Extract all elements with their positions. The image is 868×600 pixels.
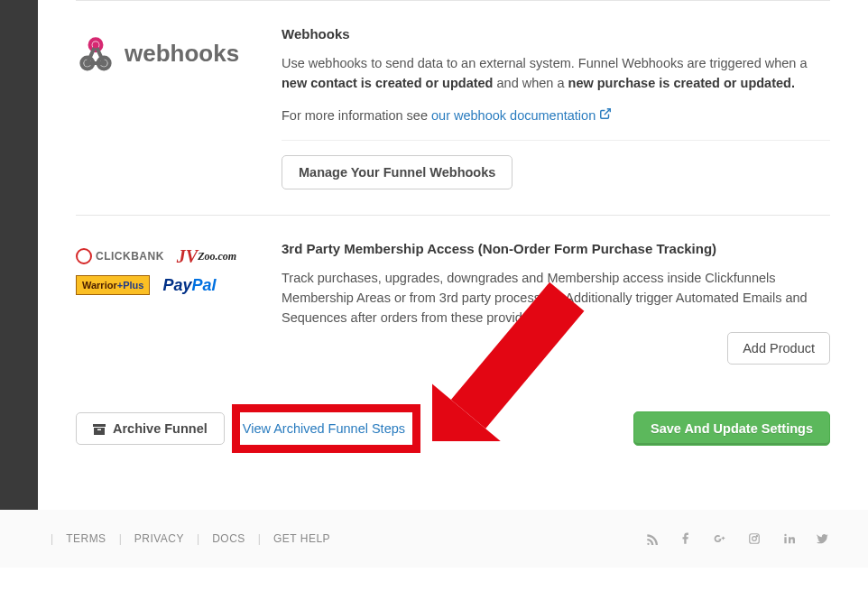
instagram-icon[interactable] bbox=[747, 531, 762, 546]
svg-point-3 bbox=[92, 42, 98, 48]
warriorplus-logo: Warrior+Plus bbox=[76, 275, 150, 295]
payment-logos: CLICKBANK JVZoo.com Warrior+Plus PayPal bbox=[76, 241, 263, 295]
archive-funnel-button[interactable]: Archive Funnel bbox=[76, 412, 225, 445]
webhooks-icon bbox=[76, 33, 115, 73]
third-party-logos-area: CLICKBANK JVZoo.com Warrior+Plus PayPal bbox=[76, 241, 282, 364]
googleplus-icon[interactable] bbox=[713, 531, 727, 546]
footer-link-docs[interactable]: DOCS bbox=[212, 532, 245, 545]
linkedin-icon[interactable] bbox=[781, 531, 796, 546]
bottom-left-actions: Archive Funnel View Archived Funnel Step… bbox=[76, 412, 412, 445]
webhooks-title: Webhooks bbox=[282, 26, 830, 42]
sidebar-stub bbox=[0, 0, 38, 510]
manage-webhooks-button[interactable]: Manage Your Funnel Webhooks bbox=[282, 155, 512, 189]
main-wrap: webhooks Webhooks Use webhooks to send d… bbox=[0, 0, 868, 510]
webhook-documentation-link[interactable]: our webhook documentation bbox=[431, 108, 612, 123]
webhooks-logo-area: webhooks bbox=[76, 26, 282, 189]
facebook-icon[interactable] bbox=[679, 531, 693, 546]
svg-line-6 bbox=[605, 108, 610, 114]
twitter-icon[interactable] bbox=[816, 531, 830, 546]
svg-rect-8 bbox=[94, 428, 105, 435]
third-party-body: Track purchases, upgrades, downgrades an… bbox=[282, 269, 830, 340]
webhooks-logo: webhooks bbox=[76, 26, 263, 73]
footer-links: | TERMS | PRIVACY | DOCS | GET HELP bbox=[38, 532, 330, 545]
svg-point-13 bbox=[753, 537, 757, 541]
add-product-button[interactable]: Add Product bbox=[727, 332, 830, 365]
webhooks-content: Webhooks Use webhooks to send data to an… bbox=[282, 26, 830, 189]
footer-link-terms[interactable]: TERMS bbox=[66, 532, 106, 545]
webhooks-section: webhooks Webhooks Use webhooks to send d… bbox=[76, 1, 830, 215]
webhooks-description-1: Use webhooks to send data to an external… bbox=[282, 54, 830, 94]
webhooks-logo-text: webhooks bbox=[125, 40, 239, 68]
jvzoo-logo: JVZoo.com bbox=[177, 246, 236, 266]
inner-divider bbox=[282, 140, 830, 141]
svg-point-14 bbox=[756, 536, 757, 537]
svg-rect-9 bbox=[97, 429, 101, 430]
third-party-content: 3rd Party Membership Access (Non-Order F… bbox=[282, 241, 830, 364]
content-area: webhooks Webhooks Use webhooks to send d… bbox=[38, 0, 868, 510]
add-product-wrap: Add Product bbox=[282, 341, 830, 365]
svg-rect-7 bbox=[93, 424, 106, 427]
bottom-actions: Archive Funnel View Archived Funnel Step… bbox=[76, 390, 830, 446]
svg-point-4 bbox=[84, 60, 90, 66]
footer: | TERMS | PRIVACY | DOCS | GET HELP bbox=[0, 510, 868, 568]
webhooks-description-2: For more information see our webhook doc… bbox=[282, 106, 830, 126]
clickbank-logo: CLICKBANK bbox=[76, 246, 164, 266]
view-archived-steps-link[interactable]: View Archived Funnel Steps bbox=[235, 412, 412, 445]
third-party-description: Track purchases, upgrades, downgrades an… bbox=[282, 269, 830, 328]
footer-link-gethelp[interactable]: GET HELP bbox=[273, 532, 330, 545]
svg-point-5 bbox=[101, 60, 107, 66]
footer-link-privacy[interactable]: PRIVACY bbox=[134, 532, 184, 545]
footer-social bbox=[644, 531, 830, 546]
rss-icon[interactable] bbox=[644, 531, 659, 546]
archive-icon bbox=[93, 423, 106, 434]
third-party-section: CLICKBANK JVZoo.com Warrior+Plus PayPal … bbox=[76, 216, 830, 389]
save-settings-button[interactable]: Save And Update Settings bbox=[633, 411, 830, 446]
paypal-logo: PayPal bbox=[162, 275, 216, 295]
external-link-icon bbox=[599, 106, 612, 126]
archive-funnel-label: Archive Funnel bbox=[113, 421, 208, 436]
third-party-title: 3rd Party Membership Access (Non-Order F… bbox=[282, 241, 830, 256]
